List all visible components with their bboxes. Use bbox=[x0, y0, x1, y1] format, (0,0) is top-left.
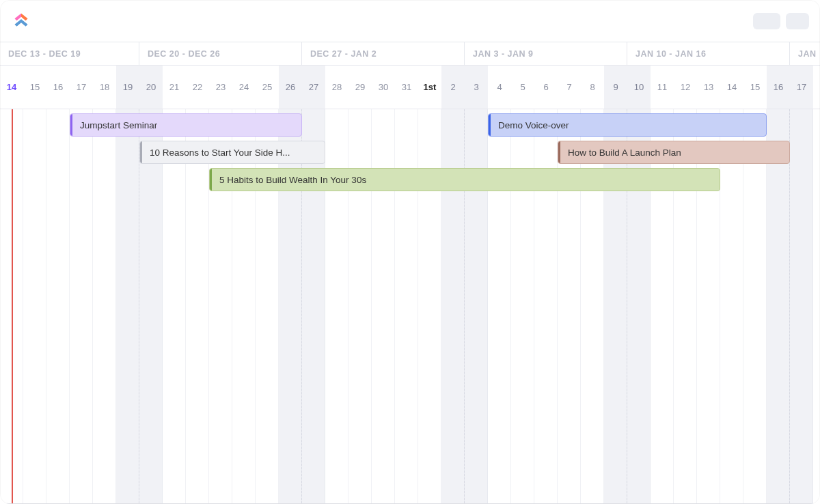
week-divider bbox=[139, 109, 139, 503]
day-header-cell[interactable]: 30 bbox=[372, 66, 395, 109]
day-header-cell[interactable]: 11 bbox=[651, 66, 674, 109]
gantt-body[interactable]: Jumpstart Seminar10 Reasons to Start You… bbox=[0, 109, 820, 504]
day-header-cell[interactable]: 8 bbox=[581, 66, 604, 109]
week-label: JAN 10 - JAN 16 bbox=[627, 42, 790, 65]
day-header-cell[interactable]: 1st bbox=[418, 66, 441, 109]
day-header-cell[interactable]: 13 bbox=[697, 66, 720, 109]
day-column bbox=[720, 109, 743, 503]
day-header: 1415161718192021222324252627282930311st2… bbox=[0, 66, 820, 109]
week-label: JAN bbox=[790, 42, 820, 65]
day-header-cell[interactable]: 14 bbox=[720, 66, 743, 109]
day-column bbox=[23, 109, 46, 503]
day-header-cell[interactable]: 19 bbox=[116, 66, 139, 109]
day-header-cell[interactable]: 2 bbox=[441, 66, 465, 109]
day-header-cell[interactable]: 15 bbox=[23, 66, 46, 109]
app-frame: DEC 13 - DEC 19DEC 20 - DEC 26DEC 27 - J… bbox=[0, 0, 820, 504]
day-column bbox=[70, 109, 93, 503]
day-header-cell[interactable]: 16 bbox=[46, 66, 70, 109]
day-column bbox=[767, 109, 790, 503]
clickup-logo-icon bbox=[11, 11, 31, 31]
task-bar-label: 5 Habits to Build Wealth In Your 30s bbox=[219, 175, 366, 185]
day-header-cell[interactable]: 20 bbox=[139, 66, 163, 109]
task-bar-five-habits[interactable]: 5 Habits to Build Wealth In Your 30s bbox=[209, 168, 720, 191]
timeline[interactable]: DEC 13 - DEC 19DEC 20 - DEC 26DEC 27 - J… bbox=[0, 42, 820, 504]
day-column bbox=[790, 109, 813, 503]
day-header-cell[interactable]: 3 bbox=[465, 66, 488, 109]
day-header-cell[interactable]: 17 bbox=[790, 66, 813, 109]
week-header: DEC 13 - DEC 19DEC 20 - DEC 26DEC 27 - J… bbox=[0, 42, 820, 66]
day-header-cell[interactable]: 21 bbox=[163, 66, 186, 109]
week-label: DEC 13 - DEC 19 bbox=[0, 42, 139, 65]
day-header-cell[interactable]: 31 bbox=[395, 66, 418, 109]
week-label: JAN 3 - JAN 9 bbox=[465, 42, 627, 65]
day-header-cell[interactable]: 14 bbox=[0, 66, 23, 109]
day-header-cell[interactable]: 26 bbox=[279, 66, 302, 109]
task-bar-label: 10 Reasons to Start Your Side H... bbox=[150, 148, 290, 158]
task-bar-jumpstart[interactable]: Jumpstart Seminar bbox=[70, 113, 302, 137]
day-header-cell[interactable]: 18 bbox=[93, 66, 116, 109]
day-column bbox=[139, 109, 163, 503]
day-column bbox=[116, 109, 139, 503]
day-header-cell[interactable]: 7 bbox=[558, 66, 581, 109]
task-bar-label: Jumpstart Seminar bbox=[80, 120, 157, 130]
task-bar-launch-plan[interactable]: How to Build A Launch Plan bbox=[558, 141, 790, 164]
day-header-cell[interactable]: 6 bbox=[534, 66, 558, 109]
day-header-cell[interactable]: 28 bbox=[325, 66, 348, 109]
day-column bbox=[93, 109, 116, 503]
day-header-cell[interactable]: 16 bbox=[767, 66, 790, 109]
day-header-cell[interactable]: 9 bbox=[604, 66, 627, 109]
day-header-cell[interactable]: 17 bbox=[70, 66, 93, 109]
topbar-right bbox=[753, 13, 809, 29]
week-divider bbox=[789, 109, 790, 503]
topbar-control-placeholder[interactable] bbox=[786, 13, 809, 29]
day-header-cell[interactable]: 12 bbox=[674, 66, 697, 109]
day-header-cell[interactable]: 4 bbox=[488, 66, 511, 109]
day-header-cell[interactable]: 25 bbox=[256, 66, 279, 109]
day-header-cell[interactable]: 29 bbox=[348, 66, 372, 109]
day-header-cell[interactable]: 15 bbox=[743, 66, 767, 109]
day-header-cell[interactable]: 22 bbox=[186, 66, 209, 109]
task-bar-demo-vo[interactable]: Demo Voice-over bbox=[488, 113, 767, 137]
day-header-cell[interactable]: 5 bbox=[511, 66, 534, 109]
day-column bbox=[743, 109, 767, 503]
day-header-cell[interactable]: 23 bbox=[209, 66, 232, 109]
day-column bbox=[186, 109, 209, 503]
week-label: DEC 20 - DEC 26 bbox=[139, 42, 302, 65]
topbar-control-placeholder[interactable] bbox=[753, 13, 780, 29]
day-header-cell[interactable]: 27 bbox=[302, 66, 325, 109]
task-bar-ten-reasons[interactable]: 10 Reasons to Start Your Side H... bbox=[139, 141, 325, 164]
week-label: DEC 27 - JAN 2 bbox=[302, 42, 465, 65]
day-header-cell[interactable]: 24 bbox=[232, 66, 256, 109]
topbar bbox=[0, 0, 820, 42]
day-column bbox=[163, 109, 186, 503]
task-bar-label: How to Build A Launch Plan bbox=[568, 148, 681, 158]
day-column bbox=[46, 109, 70, 503]
task-bar-label: Demo Voice-over bbox=[498, 120, 569, 130]
today-indicator bbox=[12, 109, 13, 503]
day-header-cell[interactable]: 10 bbox=[627, 66, 651, 109]
